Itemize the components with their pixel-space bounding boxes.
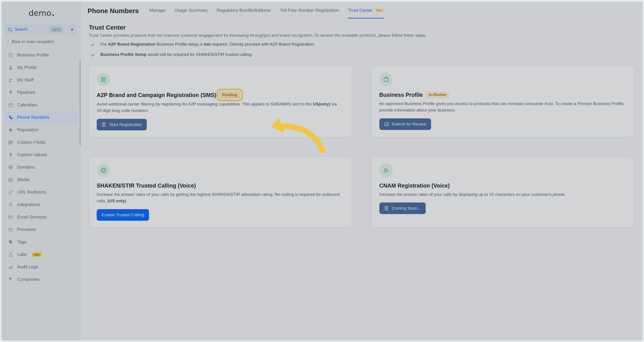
sidebar-item-phone-numbers[interactable]: Phone Numbers (5, 111, 78, 124)
svg-rect-15 (9, 267, 10, 269)
sidebar-item-calendars[interactable]: Calendars (5, 99, 78, 111)
sidebar-item-integrations[interactable]: Integrations (5, 198, 78, 211)
tab-toll-free-number-registration[interactable]: Toll-Free Number Registration (280, 5, 339, 18)
card-cnam: CNAM Registration (Voice) Increase the a… (372, 157, 635, 228)
fields-icon (8, 140, 14, 145)
status-badge-in-review: In-Review (426, 91, 449, 98)
enable-trusted-calling-button[interactable]: Enable Trusted Calling (97, 209, 149, 221)
submit-for-review-button[interactable]: Submit for Review (379, 118, 431, 130)
sidebar-item-business-profile[interactable]: Business Profile (5, 49, 78, 61)
building-icon (8, 52, 14, 58)
tab-regulatory-bundle-address[interactable]: Regulatory Bundle/Address (216, 5, 271, 18)
sidebar-item-providers[interactable]: Providers (5, 223, 78, 236)
sidebar-item-label: Pipelines (17, 90, 35, 95)
flag-icon (8, 277, 14, 282)
image-icon (8, 177, 14, 183)
sidebar-item-domains[interactable]: Domains (5, 161, 78, 173)
tab-usage-summary[interactable]: Usage Summary (174, 5, 208, 18)
card-title: CNAM Registration (Voice) (379, 182, 450, 189)
brand-logo: demo (28, 8, 54, 17)
card-desc: Increase the answer rates of your calls … (379, 191, 627, 198)
sidebar-item-audit-logs[interactable]: Audit Logs (5, 261, 78, 273)
sidebar-item-media[interactable]: Media (5, 173, 78, 186)
sidebar-item-label: Tags (17, 239, 26, 245)
new-badge: new (32, 252, 42, 257)
sidebar-item-label: Domains (17, 165, 35, 170)
bars-icon (8, 264, 14, 270)
sidebar-item-reputation[interactable]: Reputation (5, 124, 78, 136)
sidebar-item-companies[interactable]: Companies (5, 273, 78, 286)
sidebar-item-label: Email Services (17, 214, 46, 220)
button-label: Coming Soon... (392, 206, 421, 211)
sidebar-item-tags[interactable]: Tags (5, 236, 78, 248)
svg-rect-17 (12, 265, 12, 269)
side-nav: Business ProfileMy ProfileMy StaffPipeli… (5, 49, 78, 341)
svg-point-4 (9, 79, 11, 80)
tab-manage[interactable]: Manage (150, 5, 166, 18)
sidebar-item-label: My Staff (17, 77, 34, 83)
sidebar-item-my-staff[interactable]: My Staff (5, 74, 78, 86)
svg-point-12 (10, 179, 10, 180)
note-icon (97, 73, 110, 86)
back-to-main[interactable]: Back to main navigation (2, 36, 81, 46)
sidebar-item-custom-fields[interactable]: Custom Fields (5, 136, 78, 149)
new-badge: New (374, 7, 384, 13)
svg-rect-9 (9, 143, 11, 144)
box-icon (8, 227, 14, 232)
calendar-icon (8, 102, 14, 108)
svg-line-1 (11, 30, 12, 31)
page-title: Phone Numbers (88, 7, 139, 15)
edit-box-icon (384, 122, 389, 127)
svg-rect-11 (9, 178, 13, 181)
sidebar-item-custom-values[interactable]: Custom Values (5, 149, 78, 161)
sidebar-item-label: Audit Logs (17, 264, 38, 269)
link-icon (8, 189, 14, 195)
svg-rect-20 (385, 123, 388, 126)
sidebar-item-url-redirects[interactable]: URL Redirects (5, 186, 78, 198)
tab-label: Trust Center (348, 8, 373, 13)
flask-icon (8, 252, 14, 257)
svg-point-5 (11, 79, 12, 80)
sidebar-item-label: URL Redirects (17, 189, 46, 195)
note-line-icon (384, 206, 389, 211)
content: Trust Center Trust Center provides produ… (81, 19, 642, 237)
header: Phone Numbers ManageUsage SummaryRegulat… (81, 1, 642, 19)
sidebar-item-label: Custom Fields (17, 140, 46, 145)
tab-label: Toll-Free Number Registration (280, 8, 339, 13)
sidebar-item-email-services[interactable]: Email Services (5, 211, 78, 223)
card-desc: An approved Business Profile gives you a… (379, 100, 627, 114)
plug-icon (8, 202, 14, 208)
button-label: Start Registration (109, 122, 142, 127)
sidebar-item-labs[interactable]: Labsnew (5, 248, 78, 261)
svg-point-21 (384, 169, 386, 171)
sidebar-item-label: Media (17, 177, 29, 182)
trust-center-description: Trust Center provides products that can … (89, 33, 634, 38)
card-a2p-registration: A2P Brand and Campaign Registration (SMS… (89, 66, 352, 137)
tab-label: Manage (150, 8, 166, 13)
tag-icon (8, 239, 14, 245)
svg-rect-19 (384, 78, 388, 81)
svg-point-3 (10, 66, 11, 67)
verified-icon (97, 164, 110, 177)
mail-icon (8, 214, 14, 220)
sidebar-item-my-profile[interactable]: My Profile (5, 61, 78, 74)
sidebar-item-label: Custom Values (17, 152, 47, 157)
sidebar-item-label: Labs (17, 252, 27, 257)
svg-rect-2 (9, 53, 12, 57)
start-registration-button[interactable]: Start Registration (97, 119, 147, 130)
tab-trust-center[interactable]: Trust CenterNew (348, 5, 384, 18)
search-icon (8, 27, 12, 32)
svg-point-0 (8, 28, 11, 31)
sidebar-item-label: Reputation (17, 127, 39, 132)
quick-actions-button[interactable] (68, 25, 77, 34)
svg-point-14 (10, 241, 10, 242)
globe-icon (8, 165, 14, 170)
brand: demo (2, 1, 81, 25)
global-search[interactable]: Search ctrl K (5, 25, 65, 34)
requirement-checks: For A2P Brand Registration Business Prof… (89, 42, 634, 58)
svg-rect-8 (9, 142, 13, 143)
sidebar-item-pipelines[interactable]: Pipelines (5, 86, 78, 99)
sidebar-item-label: Business Profile (17, 52, 49, 58)
coming-soon-button[interactable]: Coming Soon... (379, 202, 426, 214)
tab-label: Regulatory Bundle/Address (216, 8, 271, 13)
